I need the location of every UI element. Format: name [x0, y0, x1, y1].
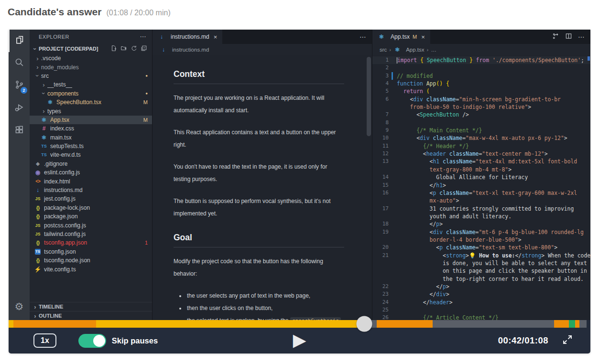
- file-tree-item-tsconfig-app-json[interactable]: {}tsconfig.app.json1: [30, 238, 152, 247]
- gutter: [389, 64, 397, 72]
- explorer-activity-button[interactable]: [9, 30, 30, 52]
- code-line: 23 </div>: [372, 290, 590, 298]
- breadcrumb-item[interactable]: …: [431, 47, 436, 53]
- file-tree-item-vite-config-ts[interactable]: ⚡vite.config.ts: [30, 265, 152, 273]
- gutter: [389, 314, 397, 320]
- refresh-icon[interactable]: [131, 45, 137, 53]
- file-tree-item-package-json[interactable]: {}package.json: [30, 212, 152, 221]
- split-editor-icon[interactable]: [565, 32, 572, 42]
- file-tree-item-index-html[interactable]: <>index.html: [30, 177, 152, 185]
- js-file-icon: JS: [34, 232, 42, 236]
- fullscreen-expand-icon[interactable]: [562, 334, 573, 347]
- file-tree-item-app-tsx[interactable]: ⚛App.tsxM: [30, 116, 152, 124]
- file-tree-item--vscode[interactable]: ›.vscode: [30, 54, 152, 63]
- file-tree-item-setuptests-ts[interactable]: TSsetupTests.ts: [30, 142, 152, 150]
- collapse-all-icon[interactable]: [141, 45, 147, 53]
- file-tree-item-speechbutton-tsx[interactable]: ⚛SpeechButton.tsxM: [30, 98, 152, 107]
- search-activity-button[interactable]: [9, 52, 30, 75]
- chevron-right-icon: ›: [34, 55, 41, 62]
- play-button[interactable]: ▶: [293, 332, 306, 349]
- file-tree-item-types[interactable]: ›types: [30, 107, 152, 115]
- js-file-icon: JS: [34, 196, 42, 201]
- gutter: [389, 56, 397, 64]
- open-changes-icon[interactable]: [552, 32, 559, 42]
- code-text: <div className="max-w-4xl mx-auto px-6 p…: [397, 134, 567, 142]
- extensions-activity-button[interactable]: [9, 119, 30, 142]
- breadcrumb-item[interactable]: App.tsx: [406, 47, 424, 53]
- extensions-icon: [14, 125, 24, 137]
- line-number: 18: [372, 220, 389, 228]
- file-name: types: [47, 108, 61, 115]
- editor-breadcrumb[interactable]: src›⚛App.tsx›…: [372, 44, 590, 55]
- instructions-breadcrumb[interactable]: ↓ instructions.md: [152, 44, 372, 55]
- file-tree-item-tailwind-config-js[interactable]: JStailwind.config.js: [30, 230, 152, 238]
- line-number: 21: [372, 252, 389, 259]
- new-file-icon[interactable]: [110, 45, 117, 53]
- tab-app-tsx[interactable]: ⚛ App.tsx M ×: [372, 30, 430, 44]
- activity-bar: 2 ⚙: [9, 30, 30, 320]
- file-tree-item-package-lock-json[interactable]: {}package-lock.json: [30, 203, 152, 212]
- code-text: </header>: [397, 299, 453, 306]
- code-editor[interactable]: 1import { SpeechButton } from './compone…: [372, 55, 590, 320]
- file-tree-item--gitignore[interactable]: ◆.gitignore: [30, 160, 152, 168]
- file-tree-item-tsconfig-json[interactable]: TStsconfig.json: [30, 247, 152, 256]
- file-tree-item--tests-[interactable]: ›__tests__: [30, 80, 152, 89]
- markdown-icon: ↓: [158, 33, 165, 40]
- sidebar-section-outline[interactable]: ›OUTLINE: [30, 311, 152, 320]
- progress-track[interactable]: [9, 320, 587, 328]
- scrollbar-thumb[interactable]: [367, 57, 371, 136]
- sidebar-section-timeline[interactable]: ›TIMELINE: [30, 302, 152, 311]
- speed-button[interactable]: 1x: [33, 333, 56, 348]
- code-line: text-gray-800 mb-4 mt-8">: [372, 166, 590, 173]
- file-tree-item-components[interactable]: ›components●: [30, 89, 152, 98]
- manage-gear-icon[interactable]: ⚙: [15, 301, 24, 312]
- line-number: 20: [372, 244, 389, 251]
- editor-more-actions-icon[interactable]: ⋯: [359, 33, 366, 41]
- progress-handle[interactable]: [356, 316, 372, 332]
- line-number: [372, 259, 389, 267]
- vite-file-icon: ⚡: [34, 266, 42, 273]
- chevron-down-icon: ›: [40, 90, 47, 97]
- line-number: [372, 236, 389, 244]
- code-line: from-blue-50 to-indigo-100 relative">: [372, 103, 590, 111]
- file-name: vite-env.d.ts: [50, 151, 81, 158]
- code-line: border-l-4 border-blue-500">: [372, 236, 590, 244]
- source-control-activity-button[interactable]: 2: [9, 75, 30, 97]
- search-icon: [14, 57, 24, 69]
- code-text: <h1 className="text-4xl md:text-5xl font…: [397, 158, 577, 165]
- text-run: The button is supposed to perform vocal …: [174, 198, 330, 217]
- file-tree-item-postcss-config-js[interactable]: JSpostcss.config.js: [30, 221, 152, 229]
- gutter: [389, 87, 397, 95]
- gutter: [389, 166, 397, 173]
- file-tree-item-eslint-config-js[interactable]: ◉eslint.config.js: [30, 168, 152, 177]
- close-icon[interactable]: ×: [214, 33, 218, 41]
- editor-more-actions-icon[interactable]: ⋯: [578, 33, 585, 41]
- file-tree-item-index-css[interactable]: #index.css: [30, 124, 152, 133]
- file-name: index.html: [44, 178, 70, 185]
- skip-pauses-toggle[interactable]: [78, 334, 106, 348]
- file-tree-item-node-modules[interactable]: ›node_modules: [30, 63, 152, 71]
- playback-progress-bar[interactable]: [9, 320, 590, 328]
- file-tree-item-src[interactable]: ›src●: [30, 72, 152, 80]
- run-debug-activity-button[interactable]: [9, 97, 30, 119]
- new-folder-icon[interactable]: [120, 45, 127, 53]
- file-name: tsconfig.node.json: [44, 257, 90, 264]
- tab-instructions-md[interactable]: ↓ instructions.md ×: [152, 30, 222, 44]
- code-text: <p className="text-sm text-blue-800">: [397, 244, 557, 251]
- file-tree-item-jest-config-js[interactable]: JSjest.config.js: [30, 194, 152, 203]
- breadcrumb-item: instructions.md: [172, 47, 209, 53]
- file-tree-item-main-tsx[interactable]: ⚛main.tsx: [30, 133, 152, 142]
- file-tree-item-tsconfig-node-json[interactable]: {}tsconfig.node.json: [30, 256, 152, 265]
- gutter: [389, 275, 397, 283]
- file-tree-item-vite-env-d-ts[interactable]: TSvite-env.d.ts: [30, 150, 152, 159]
- project-section-header[interactable]: › PROJECT [CODERPAD]: [30, 43, 152, 54]
- file-tree-item-instructions-md[interactable]: ↓instructions.md: [30, 186, 152, 194]
- chevron-right-icon: ›: [32, 312, 39, 320]
- close-icon[interactable]: ×: [421, 33, 425, 41]
- code-text: </div>: [397, 290, 449, 298]
- explorer-more-actions-icon[interactable]: ⋯: [140, 33, 147, 40]
- breadcrumb-item[interactable]: src: [380, 47, 387, 53]
- js-file-icon: JS: [34, 223, 42, 228]
- toggle-knob: [93, 335, 105, 347]
- react-icon: ⚛: [393, 46, 401, 53]
